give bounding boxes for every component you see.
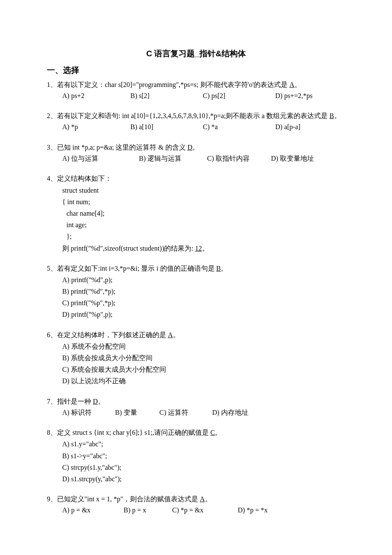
question-5: 5、若有定义如下:int i=3,*p=&i; 显示 i 的值的正确语句是 B。… [47, 263, 345, 321]
q5-opt-b: B) printf("%d",*p); [62, 286, 345, 297]
q8-opt-d: D) s1.strcpy(y,"abc"); [62, 473, 345, 485]
q8-opt-a: A) s1.y="abc"; [62, 438, 345, 450]
section-heading: 一、选择 [47, 64, 345, 77]
q8-options: A) s1.y="abc"; B) s1->y="abc"; C) strcpy… [47, 438, 345, 485]
q4-answer: 12 [195, 245, 202, 252]
q5-post: 。 [221, 265, 228, 272]
q9-answer: A [200, 495, 205, 503]
q4-result-pre: 则 printf("%d",sizeof(struct student))的结果… [62, 245, 195, 252]
q1-post: 。 [294, 81, 301, 88]
q7-opt-c: C) 运算符 [159, 407, 210, 418]
q6-options: A) 系统不会分配空间 B) 系统会按成员大小分配空间 C) 系统会按最大成员大… [47, 341, 345, 387]
q1-prompt: 1、若有以下定义：char s[20]="programming",*ps=s;… [47, 81, 289, 88]
q4-code: struct student { int num; char name[4]; … [47, 185, 345, 254]
q8-opt-b: B) s1->y="abc"; [62, 450, 345, 462]
q8-opt-c: C) strcpy(s1.y,"abc"); [62, 462, 345, 473]
q2-opt-a: A) *p [62, 121, 130, 133]
question-6: 6、在定义结构体时，下列叙述正确的是 A。 A) 系统不会分配空间 B) 系统会… [47, 329, 345, 387]
q2-post: 。 [334, 112, 341, 119]
q4-prompt: 4、定义结构体如下： [47, 173, 345, 184]
q8-answer: C [210, 429, 215, 436]
q3-answer: D [187, 144, 193, 151]
q1-opt-c: C) ps[2] [203, 90, 275, 101]
q1-opt-a: A) ps+2 [62, 90, 130, 101]
q6-opt-b: B) 系统会按成员大小分配空间 [62, 352, 345, 364]
q6-prompt: 6、在定义结构体时，下列叙述正确的是 [47, 331, 168, 338]
q4-c5: }; [62, 231, 345, 242]
q3-opt-a: A) 位与运算 [62, 153, 139, 164]
q2-answer: B [329, 112, 334, 119]
q2-opt-d: D) a[p-a] [275, 121, 300, 133]
q7-answer: D [93, 398, 98, 405]
q9-opt-c: C) *p = &x [172, 505, 236, 516]
q1-options: A) ps+2 B) s[2] C) ps[2] D) ps+=2,*ps [47, 90, 345, 101]
q9-opt-a: A) p = &x [62, 505, 122, 516]
q6-post: 。 [173, 331, 180, 338]
question-7: 7、指针是一种 D。 A) 标识符 B) 变量 C) 运算符 D) 内存地址 [47, 396, 345, 419]
q5-answer: B [216, 265, 221, 272]
q4-c2: { int num; [62, 196, 345, 208]
q5-prompt: 5、若有定义如下:int i=3,*p=&i; 显示 i 的值的正确语句是 [47, 265, 216, 272]
q5-opt-d: D) printf("%p",p); [62, 309, 345, 320]
q9-post: 。 [205, 495, 212, 503]
q4-c3: char name[4]; [62, 208, 345, 219]
q4-result-post: 。 [202, 245, 209, 252]
q9-opt-b: B) p = x [124, 505, 170, 516]
q5-opt-c: C) printf("%p",*p); [62, 297, 345, 309]
q6-opt-c: C) 系统会按最大成员大小分配空间 [62, 364, 345, 375]
q6-opt-d: D) 以上说法均不正确 [62, 375, 345, 387]
q7-opt-a: A) 标识符 [62, 407, 113, 418]
q1-opt-b: B) s[2] [130, 90, 203, 101]
q3-post: 。 [192, 144, 199, 151]
q2-prompt: 2、若有以下定义和语句: int a[10]={1,2,3,4,5,6,7,8,… [47, 112, 329, 119]
question-3: 3、已知 int *p,a; p=&a; 这里的运算符 & 的含义 D。 A) … [47, 142, 345, 165]
q9-options: A) p = &x B) p = x C) *p = &x D) *p = *x [47, 505, 345, 516]
q4-c1: struct student [62, 185, 345, 196]
question-9: 9、已知定义"int x = 1, *p"，则合法的赋值表达式是 A。 A) p… [47, 493, 345, 516]
q3-prompt: 3、已知 int *p,a; p=&a; 这里的运算符 & 的含义 [47, 144, 187, 151]
q8-post: 。 [215, 429, 222, 436]
q1-answer: A [289, 81, 294, 88]
q7-post: 。 [98, 398, 105, 405]
q6-opt-a: A) 系统不会分配空间 [62, 341, 345, 352]
q2-options: A) *p B) a[10] C) *a D) a[p-a] [47, 121, 345, 133]
q9-prompt: 9、已知定义"int x = 1, *p"，则合法的赋值表达式是 [47, 495, 200, 503]
q9-opt-d: D) *p = *x [238, 506, 268, 514]
q4-c4: int age; [62, 219, 345, 231]
q2-opt-b: B) a[10] [130, 121, 203, 133]
q3-opt-c: C) 取指针内容 [207, 153, 271, 164]
q7-opt-b: B) 变量 [115, 407, 158, 418]
q5-options: A) printf("%d",p); B) printf("%d",*p); C… [47, 274, 345, 321]
page-title: C 语言复习题_指针&结构体 [47, 47, 345, 60]
q8-prompt: 8、定义 struct s {int x; char y[6];} s1;,请问… [47, 429, 210, 436]
question-4: 4、定义结构体如下： struct student { int num; cha… [47, 173, 345, 254]
q3-options: A) 位与运算 B) 逻辑与运算 C) 取指针内容 D) 取变量地址 [47, 153, 345, 164]
q5-opt-a: A) printf("%d",p); [62, 274, 345, 286]
q2-opt-c: C) *a [203, 121, 275, 133]
q3-opt-d: D) 取变量地址 [271, 153, 314, 164]
q7-opt-d: D) 内存地址 [212, 409, 248, 416]
q3-opt-b: B) 逻辑与运算 [139, 153, 207, 164]
q6-answer: A [168, 331, 173, 338]
q1-opt-d: D) ps+=2,*ps [275, 90, 312, 101]
q7-options: A) 标识符 B) 变量 C) 运算符 D) 内存地址 [47, 407, 345, 418]
question-8: 8、定义 struct s {int x; char y[6];} s1;,请问… [47, 427, 345, 485]
question-1: 1、若有以下定义：char s[20]="programming",*ps=s;… [47, 79, 345, 102]
question-2: 2、若有以下定义和语句: int a[10]={1,2,3,4,5,6,7,8,… [47, 110, 345, 133]
q7-prompt: 7、指针是一种 [47, 398, 93, 405]
